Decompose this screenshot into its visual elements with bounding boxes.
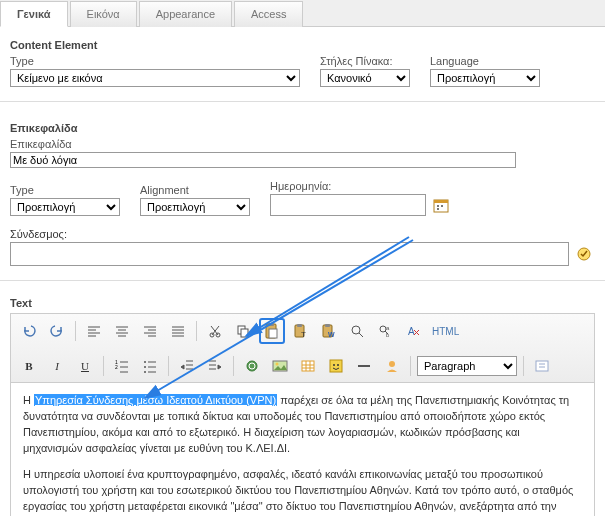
alignment-select[interactable]: Προεπιλογή (140, 198, 250, 216)
toggle-borders-icon[interactable] (530, 354, 554, 378)
cut-icon[interactable] (203, 319, 227, 343)
svg-rect-4 (437, 208, 439, 210)
toolbar-separator (75, 321, 76, 341)
html-source-button[interactable]: HTML (429, 320, 462, 342)
toolbar-separator (233, 356, 234, 376)
insert-char-icon[interactable] (324, 354, 348, 378)
find-icon[interactable] (345, 319, 369, 343)
bold-icon[interactable]: B (17, 354, 41, 378)
svg-text:A: A (408, 326, 415, 337)
date-input[interactable] (270, 194, 426, 216)
svg-rect-12 (269, 329, 277, 338)
insert-image-icon[interactable] (268, 354, 292, 378)
svg-text:b: b (386, 332, 390, 338)
svg-point-27 (144, 366, 146, 368)
svg-text:T: T (301, 330, 306, 339)
toolbar-separator (523, 356, 524, 376)
align-right-icon[interactable] (138, 319, 162, 343)
insert-hr-icon[interactable] (352, 354, 376, 378)
columns-select[interactable]: Κανονικό (320, 69, 410, 87)
tab-access[interactable]: Access (234, 1, 303, 27)
svg-rect-1 (434, 200, 448, 203)
tab-bar: Γενικά Εικόνα Appearance Access (0, 0, 605, 27)
italic-icon[interactable]: I (45, 354, 69, 378)
paste-icon[interactable] (259, 318, 285, 344)
svg-rect-33 (330, 360, 342, 372)
columns-label: Στήλες Πίνακα: (320, 55, 410, 67)
svg-text:a: a (386, 325, 390, 331)
rte-toolbar: T W ab A HTML B I U 12 (10, 313, 595, 383)
svg-rect-32 (302, 361, 314, 371)
type-label: Type (10, 55, 300, 67)
underline-icon[interactable]: U (73, 354, 97, 378)
svg-point-26 (144, 361, 146, 363)
unordered-list-icon[interactable] (138, 354, 162, 378)
align-center-icon[interactable] (110, 319, 134, 343)
link-input[interactable] (10, 242, 569, 266)
toolbar-separator (196, 321, 197, 341)
svg-text:2: 2 (115, 364, 118, 370)
outdent-icon[interactable] (175, 354, 199, 378)
insert-table-icon[interactable] (296, 354, 320, 378)
content-element-title: Content Element (10, 39, 595, 51)
header-section-title: Επικεφαλίδα (10, 122, 595, 134)
remove-format-icon[interactable]: A (401, 319, 425, 343)
language-label: Language (430, 55, 540, 67)
svg-point-36 (389, 361, 395, 367)
user-element-icon[interactable] (380, 354, 404, 378)
body-text: Η υπηρεσία υλοποιεί ένα κρυπτογραφημένο,… (23, 467, 582, 516)
tab-image[interactable]: Εικόνα (70, 1, 137, 27)
svg-point-34 (333, 364, 335, 366)
toolbar-separator (410, 356, 411, 376)
tab-general[interactable]: Γενικά (0, 1, 68, 27)
rte-editor[interactable]: Η Υπηρεσία Σύνδεσης μέσω Ιδεατού Δικτύου… (10, 383, 595, 516)
svg-rect-11 (268, 323, 274, 326)
calendar-icon[interactable] (430, 194, 452, 216)
date-label: Ημερομηνία: (270, 180, 452, 192)
paste-text-icon[interactable]: T (289, 319, 313, 343)
svg-point-19 (352, 326, 360, 334)
svg-rect-3 (441, 205, 443, 207)
header-input[interactable] (10, 152, 516, 168)
svg-point-35 (337, 364, 339, 366)
indent-icon[interactable] (203, 354, 227, 378)
alignment-label: Alignment (140, 184, 250, 196)
body-text: Η (23, 394, 34, 406)
undo-icon[interactable] (17, 319, 41, 343)
link-wizard-icon[interactable] (573, 243, 595, 265)
align-left-icon[interactable] (82, 319, 106, 343)
svg-rect-9 (241, 329, 248, 337)
replace-icon[interactable]: ab (373, 319, 397, 343)
tab-appearance[interactable]: Appearance (139, 1, 232, 27)
svg-rect-2 (437, 205, 439, 207)
paragraph-select[interactable]: Paragraph (417, 356, 517, 376)
ordered-list-icon[interactable]: 12 (110, 354, 134, 378)
svg-text:W: W (328, 331, 335, 338)
text-section-title: Text (10, 297, 595, 309)
redo-icon[interactable] (45, 319, 69, 343)
align-justify-icon[interactable] (166, 319, 190, 343)
svg-point-31 (276, 363, 279, 366)
type-select[interactable]: Κείμενο με εικόνα (10, 69, 300, 87)
svg-point-28 (144, 371, 146, 373)
svg-rect-37 (536, 361, 548, 371)
copy-icon[interactable] (231, 319, 255, 343)
insert-link-icon[interactable] (240, 354, 264, 378)
toolbar-separator (168, 356, 169, 376)
toolbar-separator (103, 356, 104, 376)
header-type-select[interactable]: Προεπιλογή (10, 198, 120, 216)
svg-rect-14 (297, 324, 302, 327)
svg-rect-17 (325, 324, 330, 327)
header-label: Επικεφαλίδα (10, 138, 595, 150)
paste-word-icon[interactable]: W (317, 319, 341, 343)
header-type-label: Type (10, 184, 120, 196)
link-label: Σύνδεσμος: (10, 228, 67, 240)
selected-link-text[interactable]: Υπηρεσία Σύνδεσης μέσω Ιδεατού Δικτύου (… (34, 394, 277, 406)
language-select[interactable]: Προεπιλογή (430, 69, 540, 87)
